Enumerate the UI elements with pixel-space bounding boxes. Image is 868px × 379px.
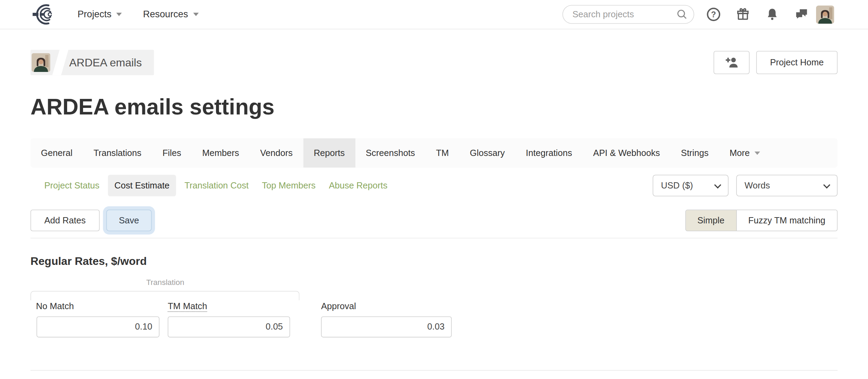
reports-subtabs: Project Status Cost Estimate Translation… [38, 175, 394, 196]
bell-icon[interactable] [765, 7, 780, 22]
tab-strings[interactable]: Strings [670, 138, 719, 168]
toggle-option-simple[interactable]: Simple [686, 210, 736, 231]
breadcrumb-row: ARDEA emails Project Home [30, 50, 838, 75]
tab-api-webhooks[interactable]: API & Webhooks [582, 138, 670, 168]
nav-menu-projects[interactable]: Projects [78, 9, 122, 20]
rates-toolbar: Add Rates Save Simple Fuzzy TM matching [30, 210, 838, 231]
tab-members[interactable]: Members [192, 138, 250, 168]
rates-toolbar-left: Add Rates Save [30, 210, 152, 231]
tab-tm[interactable]: TM [425, 138, 459, 168]
nav-menu-resources-label: Resources [143, 9, 188, 20]
page-title: ARDEA emails settings [30, 92, 838, 122]
tm-match-column-label: TM Match [168, 302, 207, 312]
breadcrumb[interactable]: ARDEA emails [30, 50, 154, 75]
unit-select[interactable]: Words [736, 175, 838, 196]
no-match-column-label: No Match [36, 302, 74, 312]
project-home-label: Project Home [770, 57, 824, 67]
header-actions: Project Home [714, 51, 838, 74]
translation-group-outline [30, 291, 299, 300]
section-bottom-divider [30, 370, 838, 371]
reports-subnav-row: Project Status Cost Estimate Translation… [30, 175, 838, 196]
search-input[interactable] [562, 5, 694, 24]
save-button[interactable]: Save [106, 210, 152, 231]
project-owner-avatar [31, 53, 50, 72]
unit-select-value: Words [744, 181, 770, 191]
rates-section-heading: Regular Rates, $/word [30, 253, 838, 269]
toolbar-divider [30, 238, 838, 239]
tab-glossary[interactable]: Glossary [459, 138, 515, 168]
currency-select[interactable]: USD ($) [653, 175, 729, 196]
project-home-button[interactable]: Project Home [756, 51, 838, 74]
toggle-option-fuzzy-tm[interactable]: Fuzzy TM matching [736, 210, 837, 231]
subtab-top-members[interactable]: Top Members [255, 175, 322, 196]
add-rates-button[interactable]: Add Rates [30, 210, 99, 231]
settings-tabs: General Translations Files Members Vendo… [30, 138, 838, 168]
chevron-down-icon [755, 151, 760, 155]
nav-menu-projects-label: Projects [78, 9, 111, 20]
no-match-rate-input[interactable] [37, 316, 160, 338]
tab-vendors[interactable]: Vendors [250, 138, 303, 168]
tab-files[interactable]: Files [152, 138, 192, 168]
chevron-down-icon [823, 182, 830, 188]
rates-mode-toggle: Simple Fuzzy TM matching [685, 210, 838, 231]
app-logo-icon[interactable] [32, 3, 55, 26]
help-icon[interactable]: ? [706, 7, 721, 22]
breadcrumb-slash-divider [52, 50, 69, 75]
subtab-cost-estimate[interactable]: Cost Estimate [108, 175, 176, 196]
primary-nav: Projects Resources [78, 9, 199, 20]
tab-integrations[interactable]: Integrations [515, 138, 583, 168]
tab-general[interactable]: General [30, 138, 83, 168]
gift-icon[interactable] [736, 7, 750, 22]
tab-more[interactable]: More [719, 138, 771, 168]
chevron-down-icon [117, 13, 122, 16]
approval-column-label: Approval [321, 302, 356, 312]
page-content: ARDEA emails Project Home ARDEA emails s… [0, 50, 868, 371]
approval-rate-input[interactable] [321, 316, 452, 338]
rates-table: Translation No Match TM Match Approval [30, 278, 838, 340]
tab-translations[interactable]: Translations [83, 138, 152, 168]
nav-menu-resources[interactable]: Resources [143, 9, 198, 20]
topbar-icons: ? [706, 7, 809, 22]
report-filters: USD ($) Words [653, 175, 838, 196]
tab-reports[interactable]: Reports [303, 138, 355, 168]
tab-screenshots[interactable]: Screenshots [355, 138, 425, 168]
currency-select-value: USD ($) [661, 181, 693, 191]
invite-member-button[interactable] [714, 51, 750, 74]
top-navigation-bar: Projects Resources ? [0, 0, 868, 29]
user-avatar[interactable] [816, 5, 834, 24]
chat-icon[interactable] [794, 7, 809, 22]
subtab-translation-cost[interactable]: Translation Cost [178, 175, 255, 196]
tm-match-rate-input[interactable] [168, 316, 290, 338]
chevron-down-icon [193, 13, 199, 16]
svg-text:?: ? [711, 10, 716, 19]
translation-group-label: Translation [30, 278, 300, 287]
chevron-down-icon [714, 182, 721, 188]
project-search [562, 5, 694, 24]
breadcrumb-project-name: ARDEA emails [69, 56, 152, 69]
subtab-abuse-reports[interactable]: Abuse Reports [322, 175, 394, 196]
subtab-project-status[interactable]: Project Status [38, 175, 106, 196]
search-icon [677, 9, 688, 22]
